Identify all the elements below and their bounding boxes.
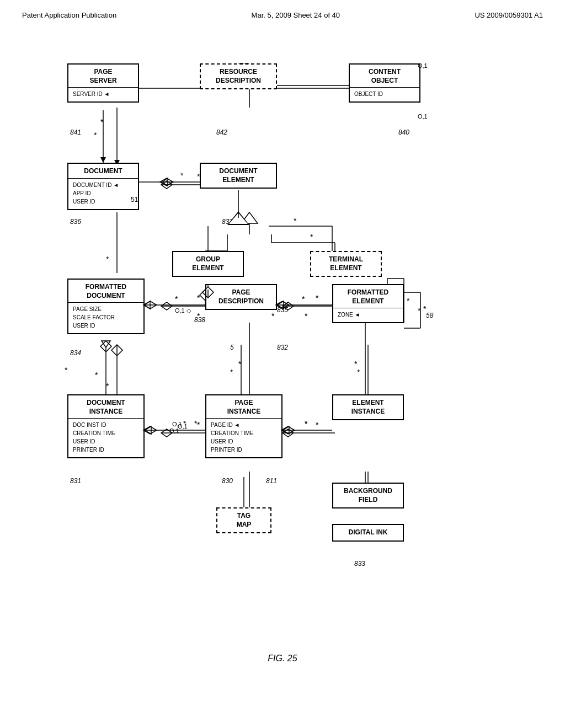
- label-834: 834: [70, 349, 81, 357]
- label-841: 841: [70, 129, 81, 136]
- divider2: [350, 87, 419, 88]
- page-description-title: PAGEDESCRIPTION: [211, 288, 271, 306]
- page-instance-box: PAGEINSTANCE PAGE ID ◄CREATION TIMEUSER …: [205, 394, 282, 458]
- svg-text:*: *: [94, 131, 97, 140]
- label-811: 811: [266, 477, 277, 485]
- o1-group: O,1 ◇: [175, 307, 191, 314]
- svg-marker-67: [143, 301, 157, 309]
- svg-marker-32: [111, 345, 122, 356]
- svg-marker-54: [160, 178, 173, 186]
- document-element-box: DOCUMENTELEMENT: [200, 163, 277, 189]
- background-field-box: BACKGROUNDFIELD: [332, 483, 404, 508]
- label-58: 58: [426, 312, 433, 319]
- figure-caption: FIG. 25: [22, 654, 543, 663]
- resource-description-title: RESOURCEDESCRIPTION: [205, 68, 271, 85]
- svg-text:*: *: [238, 360, 242, 368]
- label-840: 840: [398, 129, 409, 136]
- content-object-title: CONTENTOBJECT: [354, 68, 415, 85]
- page-server-box: PAGESERVER SERVER ID ◄: [67, 63, 139, 103]
- svg-text:*: *: [106, 255, 109, 264]
- group-element-title: GROUPELEMENT: [178, 255, 238, 272]
- label-5: 5: [230, 344, 234, 351]
- document-instance-title: DOCUMENTINSTANCE: [73, 399, 139, 416]
- svg-text:*: *: [294, 216, 297, 225]
- additional-connectors: * * * *: [34, 36, 531, 643]
- page-instance-title: PAGEINSTANCE: [211, 399, 277, 416]
- svg-text:*: *: [357, 368, 360, 377]
- svg-text:*: *: [230, 368, 233, 377]
- resource-description-box: RESOURCEDESCRIPTION: [200, 63, 277, 89]
- digital-ink-box: DIGITAL INK: [332, 524, 404, 542]
- star-ei: *: [305, 419, 307, 428]
- content-object-fields: OBJECT ID: [354, 90, 415, 98]
- divider6: [68, 418, 143, 419]
- tag-map-box: TAGMAP: [216, 507, 271, 533]
- svg-marker-78: [102, 341, 110, 347]
- svg-marker-53: [162, 178, 168, 186]
- document-fields: DOCUMENT ID ◄APP IDUSER ID: [73, 181, 134, 206]
- page-header: Patent Application Publication Mar. 5, 2…: [22, 11, 543, 19]
- figure-caption-text: FIG. 25: [268, 654, 297, 663]
- svg-marker-79: [100, 341, 111, 352]
- header-right: US 2009/0059301 A1: [475, 11, 543, 19]
- formatted-document-title: FORMATTEDDOCUMENT: [73, 283, 139, 300]
- svg-text:*: *: [407, 296, 410, 305]
- element-instance-box: ELEMENTINSTANCE: [332, 394, 404, 420]
- divider4: [68, 302, 143, 303]
- label-835: 835: [277, 306, 288, 314]
- star-fe: *: [418, 306, 420, 315]
- diagram-area: * * * *: [34, 36, 531, 643]
- document-instance-box: DOCUMENTINSTANCE DOC INST IDCREATION TIM…: [67, 394, 145, 458]
- label-51: 51: [131, 196, 138, 204]
- svg-text:*: *: [197, 420, 200, 429]
- star-pi: *: [194, 419, 197, 428]
- document-instance-fields: DOC INST IDCREATION TIMEUSER IDPRINTER I…: [73, 421, 139, 454]
- element-instance-title: ELEMENTINSTANCE: [338, 399, 398, 416]
- svg-text:*: *: [197, 293, 200, 302]
- svg-text:*: *: [310, 233, 313, 242]
- star-terminal: *: [305, 312, 307, 320]
- divider5: [333, 308, 403, 308]
- header-middle: Mar. 5, 2009 Sheet 24 of 40: [252, 11, 340, 19]
- svg-text:*: *: [354, 360, 358, 368]
- page-instance-fields: PAGE ID ◄CREATION TIMEUSER IDPRINTER ID: [211, 421, 277, 454]
- document-box: DOCUMENT DOCUMENT ID ◄APP IDUSER ID: [67, 163, 139, 210]
- svg-marker-91: [282, 426, 289, 434]
- tag-map-title: TAGMAP: [222, 512, 266, 529]
- digital-ink-title: DIGITAL INK: [338, 528, 398, 537]
- star-841: *: [100, 117, 103, 126]
- star-pd2: *: [271, 312, 274, 320]
- svg-marker-66: [145, 301, 150, 309]
- svg-text:*: *: [316, 293, 319, 302]
- page-server-fields: SERVER ID ◄: [73, 90, 134, 98]
- svg-text:*: *: [316, 420, 319, 429]
- header-left: Patent Application Publication: [22, 11, 116, 19]
- svg-text:*: *: [175, 295, 178, 303]
- group-element-box: GROUPELEMENT: [172, 251, 244, 277]
- formatted-element-title: FORMATTEDELEMENT: [338, 288, 398, 306]
- svg-marker-5: [161, 181, 172, 189]
- inheritance-triangle-inner: [229, 213, 248, 224]
- o1-content: O,1: [418, 62, 428, 69]
- svg-marker-92: [281, 426, 295, 434]
- svg-marker-50: [100, 157, 106, 163]
- divider: [68, 87, 138, 88]
- svg-marker-86: [145, 426, 151, 434]
- svg-text:*: *: [183, 419, 186, 428]
- divider3: [68, 178, 138, 179]
- formatted-element-box: FORMATTEDELEMENT ZONE ◄: [332, 284, 404, 323]
- page-description-box: PAGEDESCRIPTION: [205, 284, 277, 310]
- o1-content2: O,1: [418, 113, 428, 120]
- svg-text:*: *: [95, 371, 98, 379]
- page: Patent Application Publication Mar. 5, 2…: [0, 0, 565, 728]
- label-830: 830: [222, 477, 233, 485]
- divider7: [206, 418, 281, 419]
- label-836: 836: [70, 218, 81, 226]
- label-831: 831: [70, 477, 81, 485]
- background-field-title: BACKGROUNDFIELD: [338, 487, 398, 504]
- terminal-element-title: TERMINALELEMENT: [316, 255, 376, 272]
- label-833: 833: [354, 560, 365, 568]
- svg-marker-39: [282, 429, 294, 437]
- svg-marker-21: [161, 302, 172, 310]
- o1-di: O,1: [169, 427, 179, 434]
